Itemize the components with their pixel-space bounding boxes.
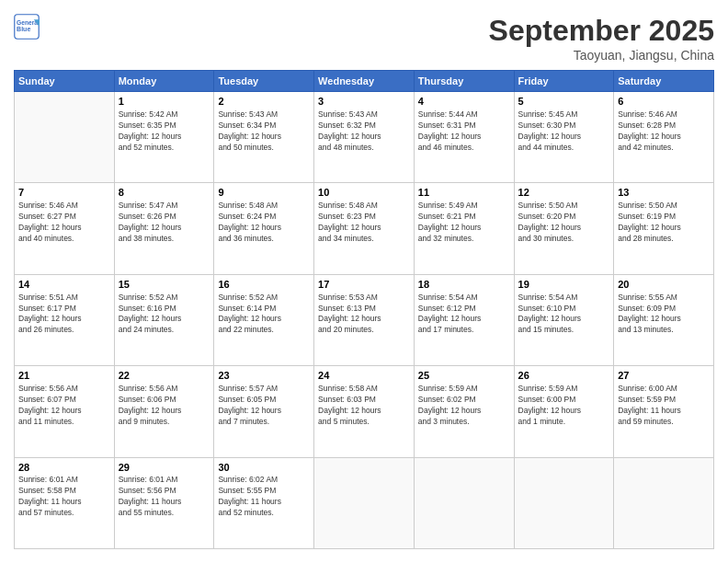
day-number: 6 bbox=[618, 95, 710, 109]
title-block: September 2025 Taoyuan, Jiangsu, China bbox=[489, 14, 714, 63]
calendar-cell: 26Sunrise: 5:59 AMSunset: 6:00 PMDayligh… bbox=[514, 366, 614, 457]
day-number: 10 bbox=[318, 186, 410, 200]
day-number: 7 bbox=[18, 186, 110, 200]
cell-info: Sunrise: 5:55 AMSunset: 6:09 PMDaylight:… bbox=[618, 293, 710, 337]
calendar-cell: 17Sunrise: 5:53 AMSunset: 6:13 PMDayligh… bbox=[314, 274, 415, 365]
day-number: 1 bbox=[119, 95, 210, 109]
svg-text:Blue: Blue bbox=[17, 26, 30, 32]
calendar-week-row: 1Sunrise: 5:42 AMSunset: 6:35 PMDaylight… bbox=[15, 92, 714, 183]
calendar-cell bbox=[514, 457, 614, 548]
cell-info: Sunrise: 5:56 AMSunset: 6:07 PMDaylight:… bbox=[18, 384, 110, 428]
day-number: 24 bbox=[318, 369, 410, 383]
day-number: 18 bbox=[418, 278, 510, 292]
cell-info: Sunrise: 5:42 AMSunset: 6:35 PMDaylight:… bbox=[119, 109, 210, 154]
calendar-cell: 5Sunrise: 5:45 AMSunset: 6:30 PMDaylight… bbox=[514, 92, 614, 183]
day-number: 8 bbox=[119, 186, 210, 200]
cell-info: Sunrise: 5:50 AMSunset: 6:20 PMDaylight:… bbox=[518, 201, 610, 245]
day-number: 15 bbox=[119, 278, 210, 292]
day-number: 20 bbox=[618, 278, 710, 292]
calendar-cell bbox=[15, 92, 115, 183]
cell-info: Sunrise: 5:56 AMSunset: 6:06 PMDaylight:… bbox=[119, 384, 210, 428]
weekday-header: Sunday bbox=[15, 71, 115, 92]
calendar-cell: 23Sunrise: 5:57 AMSunset: 6:05 PMDayligh… bbox=[214, 366, 314, 457]
cell-info: Sunrise: 5:51 AMSunset: 6:17 PMDaylight:… bbox=[18, 293, 110, 337]
calendar-cell bbox=[614, 457, 714, 548]
day-number: 27 bbox=[618, 369, 710, 383]
calendar-cell: 3Sunrise: 5:43 AMSunset: 6:32 PMDaylight… bbox=[314, 92, 415, 183]
calendar-cell: 19Sunrise: 5:54 AMSunset: 6:10 PMDayligh… bbox=[514, 274, 614, 365]
day-number: 9 bbox=[218, 186, 310, 200]
calendar-cell: 21Sunrise: 5:56 AMSunset: 6:07 PMDayligh… bbox=[15, 366, 115, 457]
calendar-cell: 11Sunrise: 5:49 AMSunset: 6:21 PMDayligh… bbox=[414, 183, 514, 274]
cell-info: Sunrise: 5:57 AMSunset: 6:05 PMDaylight:… bbox=[218, 384, 310, 428]
weekday-header: Saturday bbox=[614, 71, 714, 92]
cell-info: Sunrise: 5:48 AMSunset: 6:24 PMDaylight:… bbox=[218, 201, 310, 245]
calendar-cell: 16Sunrise: 5:52 AMSunset: 6:14 PMDayligh… bbox=[214, 274, 314, 365]
cell-info: Sunrise: 5:54 AMSunset: 6:12 PMDaylight:… bbox=[418, 293, 510, 337]
calendar-cell: 1Sunrise: 5:42 AMSunset: 6:35 PMDaylight… bbox=[114, 92, 214, 183]
day-number: 12 bbox=[518, 186, 610, 200]
cell-info: Sunrise: 6:01 AMSunset: 5:56 PMDaylight:… bbox=[119, 475, 210, 519]
calendar-cell: 25Sunrise: 5:59 AMSunset: 6:02 PMDayligh… bbox=[414, 366, 514, 457]
cell-info: Sunrise: 5:50 AMSunset: 6:19 PMDaylight:… bbox=[618, 201, 710, 245]
calendar-cell: 18Sunrise: 5:54 AMSunset: 6:12 PMDayligh… bbox=[414, 274, 514, 365]
calendar-body: 1Sunrise: 5:42 AMSunset: 6:35 PMDaylight… bbox=[15, 92, 714, 549]
cell-info: Sunrise: 5:43 AMSunset: 6:34 PMDaylight:… bbox=[218, 109, 310, 154]
weekday-header: Friday bbox=[514, 71, 614, 92]
location: Taoyuan, Jiangsu, China bbox=[489, 48, 714, 63]
day-number: 26 bbox=[518, 369, 610, 383]
weekday-header: Wednesday bbox=[314, 71, 415, 92]
cell-info: Sunrise: 6:02 AMSunset: 5:55 PMDaylight:… bbox=[218, 475, 310, 519]
calendar-cell: 9Sunrise: 5:48 AMSunset: 6:24 PMDaylight… bbox=[214, 183, 314, 274]
cell-info: Sunrise: 5:59 AMSunset: 6:00 PMDaylight:… bbox=[518, 384, 610, 428]
calendar-cell: 10Sunrise: 5:48 AMSunset: 6:23 PMDayligh… bbox=[314, 183, 415, 274]
cell-info: Sunrise: 5:53 AMSunset: 6:13 PMDaylight:… bbox=[318, 293, 410, 337]
day-number: 3 bbox=[318, 95, 410, 109]
day-number: 17 bbox=[318, 278, 410, 292]
cell-info: Sunrise: 5:49 AMSunset: 6:21 PMDaylight:… bbox=[418, 201, 510, 245]
cell-info: Sunrise: 5:52 AMSunset: 6:16 PMDaylight:… bbox=[119, 293, 210, 337]
calendar-cell: 13Sunrise: 5:50 AMSunset: 6:19 PMDayligh… bbox=[614, 183, 714, 274]
weekday-header: Monday bbox=[114, 71, 214, 92]
calendar-cell: 30Sunrise: 6:02 AMSunset: 5:55 PMDayligh… bbox=[214, 457, 314, 548]
calendar-cell: 28Sunrise: 6:01 AMSunset: 5:58 PMDayligh… bbox=[15, 457, 115, 548]
day-number: 14 bbox=[18, 278, 110, 292]
cell-info: Sunrise: 5:59 AMSunset: 6:02 PMDaylight:… bbox=[418, 384, 510, 428]
calendar-week-row: 14Sunrise: 5:51 AMSunset: 6:17 PMDayligh… bbox=[15, 274, 714, 365]
cell-info: Sunrise: 5:48 AMSunset: 6:23 PMDaylight:… bbox=[318, 201, 410, 245]
calendar-week-row: 21Sunrise: 5:56 AMSunset: 6:07 PMDayligh… bbox=[15, 366, 714, 457]
cell-info: Sunrise: 5:54 AMSunset: 6:10 PMDaylight:… bbox=[518, 293, 610, 337]
calendar-cell bbox=[314, 457, 415, 548]
month-title: September 2025 bbox=[489, 14, 714, 48]
day-number: 23 bbox=[218, 369, 310, 383]
logo-icon: General Blue bbox=[14, 14, 40, 40]
calendar-cell: 29Sunrise: 6:01 AMSunset: 5:56 PMDayligh… bbox=[114, 457, 214, 548]
day-number: 11 bbox=[418, 186, 510, 200]
day-number: 28 bbox=[18, 461, 110, 475]
calendar-cell: 8Sunrise: 5:47 AMSunset: 6:26 PMDaylight… bbox=[114, 183, 214, 274]
cell-info: Sunrise: 6:00 AMSunset: 5:59 PMDaylight:… bbox=[618, 384, 710, 428]
calendar-cell: 2Sunrise: 5:43 AMSunset: 6:34 PMDaylight… bbox=[214, 92, 314, 183]
day-number: 13 bbox=[618, 186, 710, 200]
calendar-cell: 22Sunrise: 5:56 AMSunset: 6:06 PMDayligh… bbox=[114, 366, 214, 457]
weekday-header: Tuesday bbox=[214, 71, 314, 92]
logo: General Blue bbox=[14, 14, 40, 40]
calendar-week-row: 28Sunrise: 6:01 AMSunset: 5:58 PMDayligh… bbox=[15, 457, 714, 548]
calendar: SundayMondayTuesdayWednesdayThursdayFrid… bbox=[14, 70, 714, 549]
calendar-cell: 6Sunrise: 5:46 AMSunset: 6:28 PMDaylight… bbox=[614, 92, 714, 183]
day-number: 25 bbox=[418, 369, 510, 383]
calendar-cell: 27Sunrise: 6:00 AMSunset: 5:59 PMDayligh… bbox=[614, 366, 714, 457]
cell-info: Sunrise: 5:52 AMSunset: 6:14 PMDaylight:… bbox=[218, 293, 310, 337]
calendar-week-row: 7Sunrise: 5:46 AMSunset: 6:27 PMDaylight… bbox=[15, 183, 714, 274]
day-number: 2 bbox=[218, 95, 310, 109]
calendar-cell: 14Sunrise: 5:51 AMSunset: 6:17 PMDayligh… bbox=[15, 274, 115, 365]
day-number: 22 bbox=[119, 369, 210, 383]
cell-info: Sunrise: 5:58 AMSunset: 6:03 PMDaylight:… bbox=[318, 384, 410, 428]
weekday-header-row: SundayMondayTuesdayWednesdayThursdayFrid… bbox=[15, 71, 714, 92]
cell-info: Sunrise: 5:44 AMSunset: 6:31 PMDaylight:… bbox=[418, 109, 510, 154]
calendar-cell: 12Sunrise: 5:50 AMSunset: 6:20 PMDayligh… bbox=[514, 183, 614, 274]
day-number: 30 bbox=[218, 461, 310, 475]
day-number: 16 bbox=[218, 278, 310, 292]
calendar-cell: 24Sunrise: 5:58 AMSunset: 6:03 PMDayligh… bbox=[314, 366, 415, 457]
calendar-cell bbox=[414, 457, 514, 548]
